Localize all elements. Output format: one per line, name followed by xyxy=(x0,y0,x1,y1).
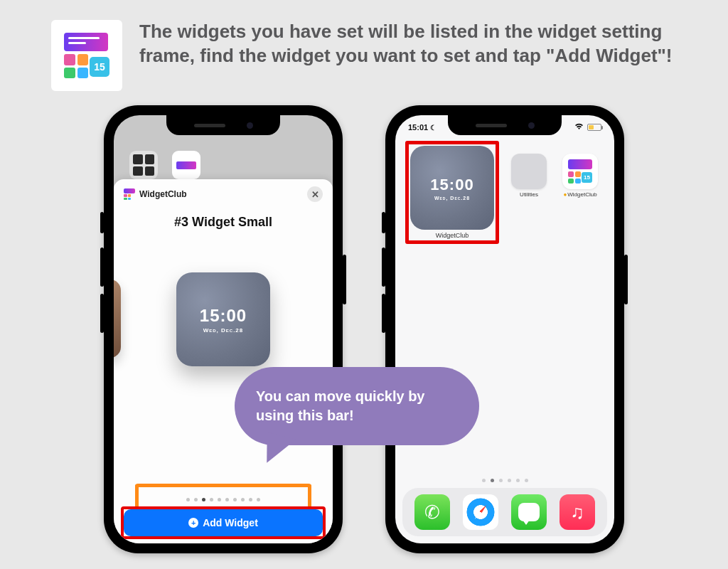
home-widget-label: WidgetClub xyxy=(410,232,494,239)
widgetclub-app-label: WidgetClub xyxy=(567,191,596,198)
instruction-header: 15 The widgets you have set will be list… xyxy=(0,0,728,91)
adjacent-widget-peek[interactable] xyxy=(114,280,121,358)
widget-preview[interactable]: 15:00 Wed, Dec.28 xyxy=(176,272,270,366)
logo-badge: 15 xyxy=(90,57,109,77)
widgetclub-logo: 15 xyxy=(51,20,122,91)
tip-text: You can move quickly by using this bar! xyxy=(256,387,458,425)
phone-mockup-home-screen: 15:01 ☾ 15:00 Wed, Dec.28 xyxy=(385,105,624,553)
do-not-disturb-icon: ☾ xyxy=(430,124,437,132)
add-widget-button[interactable]: + Add Widget xyxy=(124,509,323,536)
safari-app[interactable] xyxy=(463,494,498,530)
tip-callout: You can move quickly by using this bar! xyxy=(235,367,479,445)
widgetclub-mini-icon xyxy=(124,188,135,200)
placed-widget-highlight: 15:00 Wed, Dec.28 WidgetClub xyxy=(405,141,499,244)
home-page-indicator[interactable] xyxy=(395,479,614,482)
home-widget[interactable]: 15:00 Wed, Dec.28 xyxy=(410,146,494,230)
message-icon xyxy=(518,503,540,521)
home-widget-date: Wed, Dec.28 xyxy=(434,196,470,201)
utilities-label: Utilities xyxy=(520,191,538,198)
wifi-icon xyxy=(574,123,584,132)
music-icon: ♫ xyxy=(570,503,584,521)
dock: ✆ ♫ xyxy=(402,488,607,536)
instruction-text: The widgets you have set will be listed … xyxy=(139,20,680,68)
home-widget-time: 15:00 xyxy=(430,176,473,194)
add-widget-highlight: + Add Widget xyxy=(121,506,326,539)
status-time: 15:01 xyxy=(408,123,428,132)
widgetclub-app[interactable]: 15 ●WidgetClub xyxy=(560,154,600,198)
battery-icon xyxy=(587,124,601,131)
utilities-folder[interactable]: Utilities xyxy=(509,154,549,198)
phone-icon: ✆ xyxy=(424,501,440,523)
close-button[interactable]: ✕ xyxy=(307,186,323,202)
phone-mockup-widget-picker: WidgetClub ✕ #3 Widget Small 15:00 Wed, … xyxy=(104,105,343,553)
page-indicator-bar[interactable] xyxy=(135,484,311,509)
widget-picker-sheet: WidgetClub ✕ #3 Widget Small 15:00 Wed, … xyxy=(114,179,333,543)
messages-app[interactable] xyxy=(511,494,547,530)
background-home-icons xyxy=(129,151,200,179)
add-widget-label: Add Widget xyxy=(203,517,258,528)
widget-time: 15:00 xyxy=(200,306,247,326)
phone-app[interactable]: ✆ xyxy=(414,494,450,530)
compass-icon xyxy=(466,498,495,526)
plus-icon: + xyxy=(188,518,198,528)
widget-date: Wed, Dec.28 xyxy=(203,327,244,334)
sheet-app-name: WidgetClub xyxy=(139,189,187,199)
widget-size-title: #3 Widget Small xyxy=(114,215,333,230)
music-app[interactable]: ♫ xyxy=(560,494,595,530)
